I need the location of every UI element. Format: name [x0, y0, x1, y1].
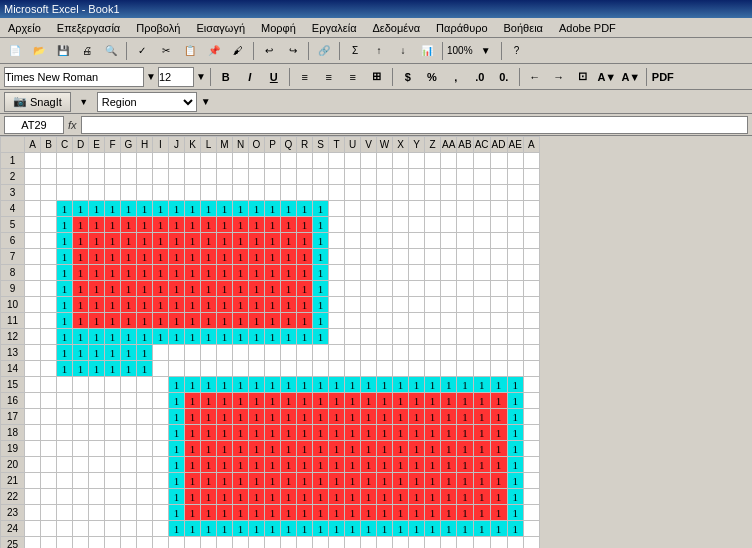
table-row[interactable]: 1: [313, 265, 329, 281]
table-row[interactable]: [377, 329, 393, 345]
table-row[interactable]: 1: [345, 425, 361, 441]
table-row[interactable]: 1: [393, 393, 409, 409]
table-row[interactable]: 1: [153, 265, 169, 281]
table-row[interactable]: 1: [490, 425, 507, 441]
table-row[interactable]: 1: [297, 393, 313, 409]
table-row[interactable]: [25, 297, 41, 313]
table-row[interactable]: 1: [185, 489, 201, 505]
table-row[interactable]: [329, 201, 345, 217]
table-row[interactable]: [393, 361, 409, 377]
table-row[interactable]: 1: [490, 377, 507, 393]
table-row[interactable]: 1: [281, 233, 297, 249]
table-row[interactable]: [169, 153, 185, 169]
table-row[interactable]: [457, 281, 473, 297]
table-row[interactable]: 1: [121, 297, 137, 313]
table-row[interactable]: 1: [233, 377, 249, 393]
table-row[interactable]: [137, 153, 153, 169]
table-row[interactable]: [490, 281, 507, 297]
table-row[interactable]: [297, 169, 313, 185]
table-row[interactable]: 1: [249, 297, 265, 313]
table-row[interactable]: 1: [490, 393, 507, 409]
col-header-Y[interactable]: Y: [409, 137, 425, 153]
table-row[interactable]: 1: [441, 377, 457, 393]
table-row[interactable]: [409, 345, 425, 361]
table-row[interactable]: 1: [169, 425, 185, 441]
table-row[interactable]: [507, 345, 523, 361]
table-row[interactable]: 1: [73, 329, 89, 345]
table-row[interactable]: [41, 297, 57, 313]
table-row[interactable]: 1: [281, 377, 297, 393]
table-row[interactable]: 1: [490, 457, 507, 473]
table-row[interactable]: 1: [169, 329, 185, 345]
table-row[interactable]: 1: [185, 217, 201, 233]
table-row[interactable]: 1: [297, 441, 313, 457]
table-row[interactable]: [507, 185, 523, 201]
table-row[interactable]: 1: [409, 409, 425, 425]
table-row[interactable]: [329, 153, 345, 169]
table-row[interactable]: [25, 345, 41, 361]
table-row[interactable]: [105, 505, 121, 521]
table-row[interactable]: 1: [217, 249, 233, 265]
table-row[interactable]: 1: [169, 265, 185, 281]
table-row[interactable]: 1: [281, 201, 297, 217]
table-row[interactable]: 1: [57, 345, 73, 361]
table-row[interactable]: [377, 345, 393, 361]
table-row[interactable]: [377, 361, 393, 377]
table-row[interactable]: [523, 361, 539, 377]
table-row[interactable]: 1: [185, 329, 201, 345]
font-color-btn[interactable]: A▼: [620, 67, 642, 87]
table-row[interactable]: 1: [361, 409, 377, 425]
table-row[interactable]: 1: [329, 377, 345, 393]
table-row[interactable]: 1: [233, 457, 249, 473]
table-row[interactable]: 1: [425, 425, 441, 441]
table-row[interactable]: 1: [473, 457, 490, 473]
table-row[interactable]: 1: [249, 313, 265, 329]
table-row[interactable]: 1: [281, 313, 297, 329]
table-row[interactable]: 1: [281, 521, 297, 537]
table-row[interactable]: 1: [169, 457, 185, 473]
table-row[interactable]: [41, 233, 57, 249]
table-row[interactable]: [313, 185, 329, 201]
table-row[interactable]: [345, 313, 361, 329]
table-row[interactable]: [345, 169, 361, 185]
table-row[interactable]: 1: [153, 313, 169, 329]
table-row[interactable]: [153, 153, 169, 169]
table-row[interactable]: [41, 473, 57, 489]
table-row[interactable]: 1: [89, 297, 105, 313]
table-row[interactable]: 1: [313, 409, 329, 425]
table-row[interactable]: [25, 521, 41, 537]
table-row[interactable]: [490, 201, 507, 217]
table-row[interactable]: 1: [345, 489, 361, 505]
col-header-T[interactable]: T: [329, 137, 345, 153]
table-row[interactable]: [153, 489, 169, 505]
table-row[interactable]: [121, 153, 137, 169]
col-header-AD[interactable]: AD: [490, 137, 507, 153]
menu-window[interactable]: Παράθυρο: [432, 20, 491, 36]
table-row[interactable]: [73, 457, 89, 473]
table-row[interactable]: [523, 153, 539, 169]
table-row[interactable]: [345, 217, 361, 233]
table-row[interactable]: 1: [89, 249, 105, 265]
table-row[interactable]: [25, 473, 41, 489]
table-row[interactable]: [523, 185, 539, 201]
table-row[interactable]: [329, 233, 345, 249]
table-row[interactable]: 1: [345, 393, 361, 409]
table-row[interactable]: 1: [409, 393, 425, 409]
table-row[interactable]: [393, 185, 409, 201]
table-row[interactable]: [409, 233, 425, 249]
bold-btn[interactable]: B: [215, 67, 237, 87]
table-row[interactable]: 1: [249, 457, 265, 473]
table-row[interactable]: 1: [265, 521, 281, 537]
table-row[interactable]: [105, 393, 121, 409]
table-row[interactable]: 1: [329, 473, 345, 489]
table-row[interactable]: 1: [201, 217, 217, 233]
menu-data[interactable]: Δεδομένα: [369, 20, 425, 36]
table-row[interactable]: 1: [249, 217, 265, 233]
table-row[interactable]: 1: [137, 201, 153, 217]
table-row[interactable]: [105, 457, 121, 473]
table-row[interactable]: 1: [457, 409, 473, 425]
table-row[interactable]: [153, 505, 169, 521]
table-row[interactable]: 1: [473, 409, 490, 425]
table-row[interactable]: [121, 409, 137, 425]
table-row[interactable]: [457, 345, 473, 361]
